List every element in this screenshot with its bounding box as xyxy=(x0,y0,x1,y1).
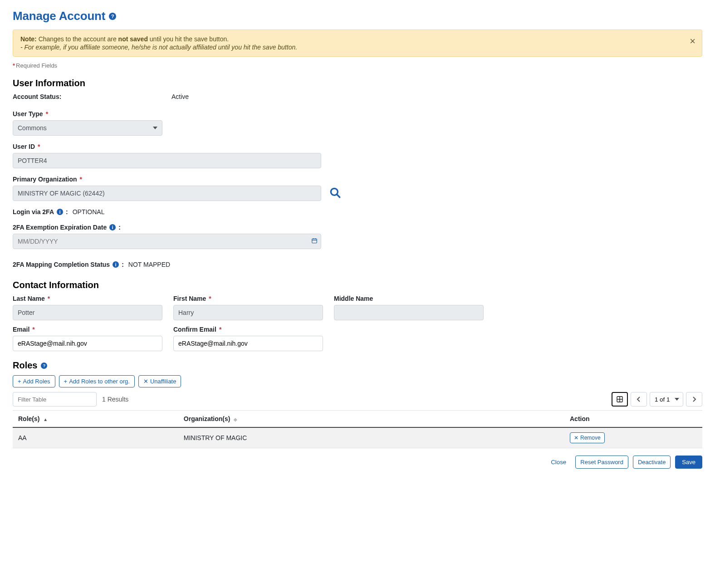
help-icon[interactable]: ? xyxy=(41,363,47,369)
remove-button[interactable]: ✕ Remove xyxy=(570,432,605,443)
filter-table-input[interactable] xyxy=(13,392,97,407)
colon: : xyxy=(122,261,124,268)
asterisk-icon: * xyxy=(46,110,48,118)
add-roles-other-org-label: Add Roles to other org. xyxy=(69,378,130,385)
sort-icon: ◆ xyxy=(234,417,237,422)
search-icon[interactable] xyxy=(329,187,341,200)
x-icon: ✕ xyxy=(143,378,148,385)
alert-line2: - For example, if you affiliate someone,… xyxy=(20,44,297,51)
alert-note-label: Note: xyxy=(20,35,37,43)
action-column-header: Action xyxy=(564,411,702,428)
x-icon: ✕ xyxy=(574,435,578,441)
results-count: 1 Results xyxy=(102,396,128,403)
sort-asc-icon: ▲ xyxy=(43,417,48,422)
roles-column-label: Role(s) xyxy=(18,415,39,422)
info-icon[interactable]: i xyxy=(57,209,63,215)
login-2fa-label: Login via 2FA xyxy=(13,208,54,216)
pager-next-button[interactable] xyxy=(686,392,702,407)
unaffiliate-button[interactable]: ✕ Unaffiliate xyxy=(138,375,181,387)
organizations-column-header[interactable]: Organization(s) ◆ xyxy=(178,411,564,428)
2fa-mapping-value: NOT MAPPED xyxy=(128,261,170,268)
asterisk-icon: * xyxy=(219,326,221,333)
unaffiliate-label: Unaffiliate xyxy=(150,378,176,385)
close-icon[interactable]: × xyxy=(690,36,695,46)
required-fields-text: Required Fields xyxy=(16,62,57,69)
remove-label: Remove xyxy=(580,435,601,441)
login-2fa-value: OPTIONAL xyxy=(73,208,105,216)
info-icon[interactable]: i xyxy=(113,261,119,268)
asterisk-icon: * xyxy=(32,326,34,333)
pager-prev-button[interactable] xyxy=(631,392,647,407)
email-input[interactable] xyxy=(13,336,162,351)
organizations-column-label: Organization(s) xyxy=(184,415,230,422)
first-name-input[interactable] xyxy=(173,305,323,320)
alert-line1-c: until you hit the save button. xyxy=(148,35,229,43)
user-information-heading: User Information xyxy=(13,78,702,88)
svg-rect-2 xyxy=(312,239,317,243)
middle-name-input[interactable] xyxy=(334,305,484,320)
2fa-mapping-label: 2FA Mapping Completion Status xyxy=(13,261,110,268)
table-row: AA MINISTRY OF MAGIC ✕ Remove xyxy=(13,427,702,448)
primary-org-input[interactable] xyxy=(13,186,321,201)
deactivate-button[interactable]: Deactivate xyxy=(633,456,671,469)
email-label: Email xyxy=(13,326,29,333)
account-status-value: Active xyxy=(171,93,189,103)
contact-information-heading: Contact Information xyxy=(13,280,702,290)
2fa-exemption-label: 2FA Exemption Expiration Date xyxy=(13,224,107,231)
roles-heading: Roles ? xyxy=(13,360,702,371)
plus-icon: + xyxy=(64,378,68,385)
2fa-exemption-input[interactable] xyxy=(13,234,321,249)
roles-heading-text: Roles xyxy=(13,360,37,371)
calendar-icon[interactable] xyxy=(311,238,318,245)
roles-table: Role(s) ▲ Organization(s) ◆ Action AA MI… xyxy=(13,410,702,448)
add-roles-button[interactable]: + Add Roles xyxy=(13,375,55,387)
asterisk-icon: * xyxy=(48,295,50,302)
pager-select[interactable]: 1 of 1 xyxy=(650,392,683,407)
asterisk-icon: * xyxy=(209,295,211,302)
confirm-email-input[interactable] xyxy=(173,336,323,351)
add-roles-label: Add Roles xyxy=(23,378,50,385)
svg-line-1 xyxy=(337,194,340,197)
last-name-label: Last Name xyxy=(13,295,45,302)
help-icon[interactable]: ? xyxy=(109,13,116,20)
user-type-select[interactable]: Commons xyxy=(13,120,162,136)
colon: : xyxy=(118,224,121,231)
role-cell: AA xyxy=(13,427,178,448)
account-status-label: Account Status: xyxy=(13,93,171,100)
first-name-label: First Name xyxy=(173,295,206,302)
user-id-label: User ID xyxy=(13,143,35,150)
asterisk-icon: * xyxy=(38,143,40,150)
info-icon[interactable]: i xyxy=(109,224,116,230)
middle-name-label: Middle Name xyxy=(334,295,373,302)
asterisk-icon: * xyxy=(13,62,15,69)
confirm-email-label: Confirm Email xyxy=(173,326,216,333)
page-title: Manage Account xyxy=(13,9,105,23)
roles-column-header[interactable]: Role(s) ▲ xyxy=(13,411,178,428)
asterisk-icon: * xyxy=(80,176,82,183)
primary-org-label: Primary Organization xyxy=(13,176,77,183)
add-roles-other-org-button[interactable]: + Add Roles to other org. xyxy=(59,375,135,387)
alert-line1-b: not saved xyxy=(118,35,148,43)
close-button[interactable]: Close xyxy=(546,456,571,469)
alert-line1-a: Changes to the account are xyxy=(39,35,118,43)
unsaved-changes-alert: Note: Changes to the account are not sav… xyxy=(13,29,702,57)
reset-password-button[interactable]: Reset Password xyxy=(575,456,628,469)
save-button[interactable]: Save xyxy=(675,456,702,469)
user-type-label: User Type xyxy=(13,110,43,118)
plus-icon: + xyxy=(18,378,21,385)
colon: : xyxy=(66,208,68,216)
user-id-input[interactable] xyxy=(13,153,321,168)
required-fields-hint: *Required Fields xyxy=(13,62,702,69)
grid-view-button[interactable] xyxy=(612,392,628,407)
org-cell: MINISTRY OF MAGIC xyxy=(178,427,564,448)
last-name-input[interactable] xyxy=(13,305,162,320)
